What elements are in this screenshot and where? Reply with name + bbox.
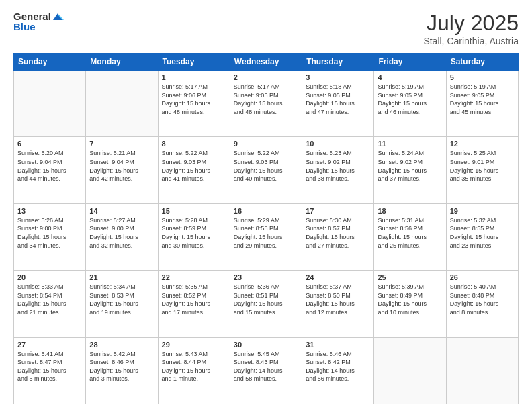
day-number: 15	[162, 207, 226, 215]
location: Stall, Carinthia, Austria	[423, 36, 519, 46]
day-number: 11	[378, 140, 442, 148]
calendar-cell: 21Sunrise: 5:34 AM Sunset: 8:53 PM Dayli…	[86, 271, 158, 337]
day-info: Sunrise: 5:23 AM Sunset: 9:02 PM Dayligh…	[306, 149, 370, 183]
day-number: 1	[162, 73, 226, 81]
day-number: 22	[162, 273, 226, 281]
day-info: Sunrise: 5:29 AM Sunset: 8:58 PM Dayligh…	[234, 216, 298, 250]
day-info: Sunrise: 5:33 AM Sunset: 8:54 PM Dayligh…	[17, 283, 82, 316]
day-number: 5	[450, 73, 515, 81]
calendar-cell: 19Sunrise: 5:32 AM Sunset: 8:55 PM Dayli…	[446, 203, 518, 270]
header-monday: Monday	[86, 54, 158, 71]
calendar-cell: 2Sunrise: 5:17 AM Sunset: 9:05 PM Daylig…	[230, 71, 302, 137]
calendar-cell: 9Sunrise: 5:22 AM Sunset: 9:03 PM Daylig…	[230, 137, 302, 203]
calendar-week-4: 20Sunrise: 5:33 AM Sunset: 8:54 PM Dayli…	[14, 271, 519, 337]
day-number: 13	[17, 207, 82, 215]
day-info: Sunrise: 5:36 AM Sunset: 8:51 PM Dayligh…	[234, 283, 298, 316]
day-info: Sunrise: 5:22 AM Sunset: 9:03 PM Dayligh…	[234, 149, 298, 183]
header-sunday: Sunday	[14, 54, 86, 71]
calendar-cell: 25Sunrise: 5:39 AM Sunset: 8:49 PM Dayli…	[374, 271, 446, 337]
day-info: Sunrise: 5:41 AM Sunset: 8:47 PM Dayligh…	[17, 350, 82, 383]
calendar-cell: 16Sunrise: 5:29 AM Sunset: 8:58 PM Dayli…	[230, 203, 302, 270]
day-number: 21	[89, 273, 154, 281]
header-tuesday: Tuesday	[158, 54, 230, 71]
day-info: Sunrise: 5:42 AM Sunset: 8:46 PM Dayligh…	[89, 350, 154, 383]
day-number: 7	[89, 140, 154, 148]
day-number: 25	[378, 273, 442, 281]
calendar-cell	[374, 337, 446, 404]
day-info: Sunrise: 5:28 AM Sunset: 8:59 PM Dayligh…	[162, 216, 226, 250]
calendar-cell: 29Sunrise: 5:43 AM Sunset: 8:44 PM Dayli…	[158, 337, 230, 404]
calendar-cell	[446, 337, 518, 404]
day-info: Sunrise: 5:27 AM Sunset: 9:00 PM Dayligh…	[89, 216, 154, 250]
calendar-week-5: 27Sunrise: 5:41 AM Sunset: 8:47 PM Dayli…	[14, 337, 519, 404]
header-saturday: Saturday	[446, 54, 518, 71]
day-number: 10	[306, 140, 370, 148]
day-info: Sunrise: 5:22 AM Sunset: 9:03 PM Dayligh…	[162, 149, 226, 183]
page: General Blue July 2025 Stall, Carinthia,…	[0, 0, 532, 411]
day-number: 19	[450, 207, 515, 215]
header: General Blue July 2025 Stall, Carinthia,…	[13, 11, 519, 46]
calendar-table: Sunday Monday Tuesday Wednesday Thursday…	[13, 53, 519, 404]
day-number: 27	[17, 340, 82, 349]
calendar-header-row: Sunday Monday Tuesday Wednesday Thursday…	[14, 54, 519, 71]
calendar-cell: 11Sunrise: 5:24 AM Sunset: 9:02 PM Dayli…	[374, 137, 446, 203]
calendar-cell: 30Sunrise: 5:45 AM Sunset: 8:43 PM Dayli…	[230, 337, 302, 404]
day-number: 16	[234, 207, 298, 215]
calendar-cell: 13Sunrise: 5:26 AM Sunset: 9:00 PM Dayli…	[14, 203, 86, 270]
calendar-cell: 12Sunrise: 5:25 AM Sunset: 9:01 PM Dayli…	[446, 137, 518, 203]
calendar-cell: 31Sunrise: 5:46 AM Sunset: 8:42 PM Dayli…	[302, 337, 374, 404]
day-info: Sunrise: 5:26 AM Sunset: 9:00 PM Dayligh…	[17, 216, 82, 250]
calendar-cell: 14Sunrise: 5:27 AM Sunset: 9:00 PM Dayli…	[86, 203, 158, 270]
calendar-cell: 4Sunrise: 5:19 AM Sunset: 9:05 PM Daylig…	[374, 71, 446, 137]
day-number: 6	[17, 140, 82, 148]
day-number: 29	[162, 340, 226, 349]
day-number: 9	[234, 140, 298, 148]
day-info: Sunrise: 5:17 AM Sunset: 9:06 PM Dayligh…	[162, 83, 226, 116]
day-info: Sunrise: 5:45 AM Sunset: 8:43 PM Dayligh…	[234, 350, 298, 383]
calendar-cell: 24Sunrise: 5:37 AM Sunset: 8:50 PM Dayli…	[302, 271, 374, 337]
day-number: 24	[306, 273, 370, 281]
day-info: Sunrise: 5:37 AM Sunset: 8:50 PM Dayligh…	[306, 283, 370, 316]
day-info: Sunrise: 5:43 AM Sunset: 8:44 PM Dayligh…	[162, 350, 226, 383]
day-info: Sunrise: 5:18 AM Sunset: 9:05 PM Dayligh…	[306, 83, 370, 116]
day-info: Sunrise: 5:24 AM Sunset: 9:02 PM Dayligh…	[378, 149, 442, 183]
day-number: 12	[450, 140, 515, 148]
day-info: Sunrise: 5:40 AM Sunset: 8:48 PM Dayligh…	[450, 283, 515, 316]
day-info: Sunrise: 5:30 AM Sunset: 8:57 PM Dayligh…	[306, 216, 370, 250]
calendar-cell: 26Sunrise: 5:40 AM Sunset: 8:48 PM Dayli…	[446, 271, 518, 337]
day-info: Sunrise: 5:25 AM Sunset: 9:01 PM Dayligh…	[450, 149, 515, 183]
calendar-week-1: 1Sunrise: 5:17 AM Sunset: 9:06 PM Daylig…	[14, 71, 519, 137]
calendar-cell: 3Sunrise: 5:18 AM Sunset: 9:05 PM Daylig…	[302, 71, 374, 137]
calendar-cell: 20Sunrise: 5:33 AM Sunset: 8:54 PM Dayli…	[14, 271, 86, 337]
day-number: 3	[306, 73, 370, 81]
day-info: Sunrise: 5:17 AM Sunset: 9:05 PM Dayligh…	[234, 83, 298, 116]
day-number: 2	[234, 73, 298, 81]
calendar-cell: 18Sunrise: 5:31 AM Sunset: 8:56 PM Dayli…	[374, 203, 446, 270]
calendar-cell: 17Sunrise: 5:30 AM Sunset: 8:57 PM Dayli…	[302, 203, 374, 270]
title-block: July 2025 Stall, Carinthia, Austria	[423, 11, 519, 46]
day-info: Sunrise: 5:34 AM Sunset: 8:53 PM Dayligh…	[89, 283, 154, 316]
calendar-cell: 1Sunrise: 5:17 AM Sunset: 9:06 PM Daylig…	[158, 71, 230, 137]
calendar-cell: 22Sunrise: 5:35 AM Sunset: 8:52 PM Dayli…	[158, 271, 230, 337]
logo-icon	[52, 12, 64, 21]
logo-blue: Blue	[13, 21, 36, 32]
calendar-cell: 23Sunrise: 5:36 AM Sunset: 8:51 PM Dayli…	[230, 271, 302, 337]
day-number: 31	[306, 340, 370, 349]
day-info: Sunrise: 5:21 AM Sunset: 9:04 PM Dayligh…	[89, 149, 154, 183]
day-info: Sunrise: 5:32 AM Sunset: 8:55 PM Dayligh…	[450, 216, 515, 250]
logo: General Blue	[13, 11, 64, 32]
calendar-week-2: 6Sunrise: 5:20 AM Sunset: 9:04 PM Daylig…	[14, 137, 519, 203]
svg-marker-0	[53, 13, 62, 20]
calendar-cell: 5Sunrise: 5:19 AM Sunset: 9:05 PM Daylig…	[446, 71, 518, 137]
day-info: Sunrise: 5:31 AM Sunset: 8:56 PM Dayligh…	[378, 216, 442, 250]
day-number: 8	[162, 140, 226, 148]
day-number: 17	[306, 207, 370, 215]
day-number: 23	[234, 273, 298, 281]
day-info: Sunrise: 5:35 AM Sunset: 8:52 PM Dayligh…	[162, 283, 226, 316]
day-info: Sunrise: 5:39 AM Sunset: 8:49 PM Dayligh…	[378, 283, 442, 316]
day-info: Sunrise: 5:46 AM Sunset: 8:42 PM Dayligh…	[306, 350, 370, 383]
calendar-cell: 6Sunrise: 5:20 AM Sunset: 9:04 PM Daylig…	[14, 137, 86, 203]
month-year: July 2025	[423, 11, 519, 36]
day-number: 28	[89, 340, 154, 349]
calendar-cell: 15Sunrise: 5:28 AM Sunset: 8:59 PM Dayli…	[158, 203, 230, 270]
